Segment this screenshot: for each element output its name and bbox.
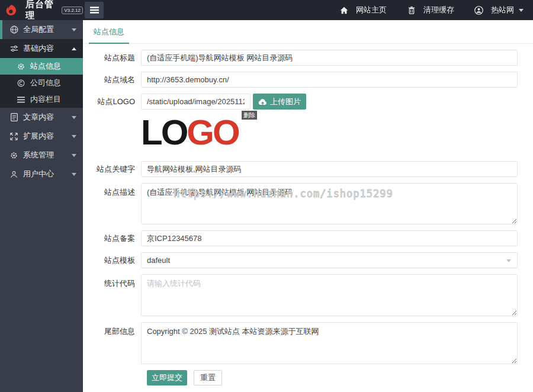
sidebar-item-company-info[interactable]: 公司信息 bbox=[0, 75, 83, 91]
flame-logo-icon bbox=[5, 4, 18, 17]
form-row-footer-info: 尾部信息 Copyright © 2025 测试站点 本站资源来源于互联网 bbox=[83, 322, 533, 364]
nav-site-home[interactable]: 网站主页 bbox=[339, 5, 387, 15]
sidebar-item-label: 用户中心 bbox=[23, 169, 54, 179]
sidebar-item-label: 全局配置 bbox=[23, 24, 54, 35]
cloud-upload-icon bbox=[258, 98, 267, 105]
sidebar-item-global-config[interactable]: 全局配置 bbox=[0, 20, 83, 39]
nav-user-menu[interactable]: 热站网 bbox=[474, 5, 524, 15]
footer-info-textarea[interactable]: Copyright © 2025 测试站点 本站资源来源于互联网 bbox=[141, 322, 518, 364]
site-logo-label: 站点LOGO bbox=[83, 94, 141, 110]
site-keywords-input[interactable] bbox=[141, 161, 518, 177]
trash-icon bbox=[407, 7, 416, 14]
logo-preview-image: LOGO 删除 bbox=[141, 113, 252, 152]
sidebar-item-system-management[interactable]: 系统管理 bbox=[0, 146, 83, 165]
sidebar: 全局配置 基础内容 站点信息 bbox=[0, 20, 83, 392]
header: 后台管理 V3.2.12 网站主页 bbox=[0, 0, 533, 20]
sidebar-item-extended-content[interactable]: 扩展内容 bbox=[0, 127, 83, 146]
sidebar-item-site-info[interactable]: 站点信息 bbox=[0, 58, 83, 75]
site-info-form: 站点标题 站点域名 站点LOGO 上传图片 bbox=[83, 44, 533, 385]
form-row-site-title: 站点标题 bbox=[83, 50, 533, 66]
top-nav: 网站主页 清理缓存 热站网 bbox=[319, 5, 533, 15]
chevron-down-icon bbox=[72, 154, 76, 157]
copyright-icon bbox=[17, 79, 25, 87]
sidebar-item-user-center[interactable]: 用户中心 bbox=[0, 165, 83, 184]
site-domain-label: 站点域名 bbox=[83, 72, 141, 88]
site-logo-path-input[interactable] bbox=[141, 94, 251, 110]
chevron-down-icon bbox=[506, 259, 511, 262]
form-row-site-domain: 站点域名 bbox=[83, 72, 533, 88]
sidebar-item-label: 基础内容 bbox=[23, 43, 54, 54]
chevron-down-icon bbox=[72, 28, 76, 31]
chevron-up-icon bbox=[72, 47, 76, 50]
sidebar-item-label: 内容栏目 bbox=[30, 94, 61, 105]
site-domain-input[interactable] bbox=[141, 72, 518, 88]
footer-info-label: 尾部信息 bbox=[83, 322, 141, 364]
main-content: 站点信息 站点标题 站点域名 站点LOGO 上传图片 bbox=[83, 20, 533, 392]
sidebar-item-label: 文章内容 bbox=[23, 112, 54, 123]
sidebar-toggle-button[interactable] bbox=[85, 2, 104, 18]
nav-user-menu-label: 热站网 bbox=[491, 5, 514, 15]
nav-clear-cache-label: 清理缓存 bbox=[423, 5, 454, 15]
upload-image-label: 上传图片 bbox=[270, 97, 301, 107]
sidebar-item-content-columns[interactable]: 内容栏目 bbox=[0, 91, 83, 108]
tab-bar: 站点信息 bbox=[83, 20, 533, 44]
site-icp-input[interactable] bbox=[141, 230, 518, 246]
logo-word: LOGO bbox=[141, 115, 239, 150]
sidebar-item-label: 系统管理 bbox=[23, 150, 54, 160]
form-row-logo-preview: LOGO 删除 bbox=[83, 113, 533, 152]
site-description-textarea[interactable]: (自适应手机端)导航网站模板 网站目录源码 bbox=[141, 183, 518, 224]
sidebar-item-label: 站点信息 bbox=[30, 61, 61, 72]
stats-code-textarea[interactable] bbox=[141, 274, 518, 316]
site-title-label: 站点标题 bbox=[83, 50, 141, 66]
document-icon bbox=[9, 113, 18, 121]
logo-text-red: GO bbox=[187, 113, 238, 152]
tab-site-info[interactable]: 站点信息 bbox=[89, 27, 129, 44]
sliders-icon bbox=[9, 44, 18, 53]
site-keywords-label: 站点关键字 bbox=[83, 161, 141, 177]
sidebar-item-basic-content[interactable]: 基础内容 bbox=[0, 39, 83, 58]
app-title: 后台管理 bbox=[25, 0, 59, 21]
chevron-down-icon bbox=[72, 116, 76, 119]
version-badge: V3.2.12 bbox=[62, 7, 83, 14]
globe-icon bbox=[9, 25, 18, 34]
site-template-label: 站点模板 bbox=[83, 252, 141, 268]
site-icp-label: 站点备案 bbox=[83, 230, 141, 246]
site-template-select[interactable]: dafeult bbox=[141, 252, 518, 268]
upload-image-button[interactable]: 上传图片 bbox=[253, 94, 306, 110]
sidebar-item-label: 扩展内容 bbox=[23, 131, 54, 142]
gear-icon bbox=[17, 63, 25, 70]
stats-code-label: 统计代码 bbox=[83, 274, 141, 316]
hamburger-icon bbox=[90, 6, 99, 14]
site-template-selected-value: dafeult bbox=[147, 256, 170, 265]
chevron-down-icon bbox=[72, 173, 76, 176]
site-description-label: 站点描述 bbox=[83, 183, 141, 224]
chevron-down-icon bbox=[519, 9, 524, 12]
gear-icon bbox=[9, 152, 18, 159]
reset-button[interactable]: 重置 bbox=[194, 370, 222, 385]
sidebar-item-article-content[interactable]: 文章内容 bbox=[0, 108, 83, 127]
sidebar-item-label: 公司信息 bbox=[30, 78, 61, 88]
nav-site-home-label: 网站主页 bbox=[356, 5, 387, 15]
nav-clear-cache[interactable]: 清理缓存 bbox=[407, 5, 454, 15]
form-row-site-keywords: 站点关键字 bbox=[83, 161, 533, 177]
form-actions: 立即提交 重置 bbox=[147, 370, 533, 385]
form-row-site-description: 站点描述 (自适应手机端)导航网站模板 网站目录源码 bbox=[83, 183, 533, 224]
site-title-input[interactable] bbox=[141, 50, 518, 66]
delete-logo-button[interactable]: 删除 bbox=[242, 111, 257, 120]
logo-text-black: LO bbox=[141, 113, 187, 152]
form-row-site-logo: 站点LOGO 上传图片 bbox=[83, 94, 533, 110]
form-row-site-template: 站点模板 dafeult bbox=[83, 252, 533, 268]
form-row-site-icp: 站点备案 bbox=[83, 230, 533, 246]
user-circle-icon bbox=[474, 6, 483, 15]
home-icon bbox=[339, 7, 348, 14]
form-row-stats-code: 统计代码 bbox=[83, 274, 533, 316]
logo-preview-spacer bbox=[83, 113, 141, 152]
sidebar-group-basic-content: 基础内容 站点信息 公司信息 bbox=[0, 39, 83, 108]
submit-button[interactable]: 立即提交 bbox=[147, 370, 187, 385]
user-icon bbox=[9, 171, 18, 178]
brand: 后台管理 V3.2.12 bbox=[0, 0, 83, 21]
expand-icon bbox=[9, 133, 18, 140]
chevron-down-icon bbox=[72, 135, 76, 138]
list-icon bbox=[17, 97, 25, 103]
